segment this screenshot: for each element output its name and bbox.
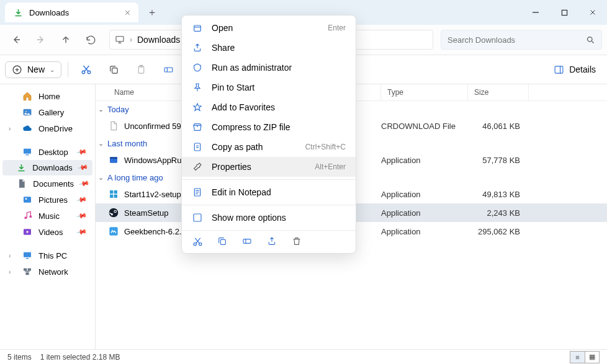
cut-button[interactable] xyxy=(74,59,98,80)
ctx-label: Open xyxy=(212,23,233,33)
sidebar-item-label: Documents xyxy=(33,179,74,189)
sidebar-item-onedrive[interactable]: › OneDrive xyxy=(2,120,92,136)
share-icon[interactable] xyxy=(266,236,277,247)
sidebar-item-home[interactable]: › Home xyxy=(2,88,92,104)
list-view-button[interactable]: ≡ xyxy=(570,351,585,363)
share-icon xyxy=(192,42,203,53)
rename-icon[interactable] xyxy=(241,236,253,247)
ctx-fav[interactable]: Add to Favorites xyxy=(182,97,356,117)
search-icon[interactable] xyxy=(586,35,595,45)
search-box[interactable] xyxy=(441,30,602,50)
status-bar: 5 items 1 item selected 2.18 MB ≡ ▦ xyxy=(0,349,607,364)
file-type: Application xyxy=(381,190,468,199)
sidebar-item-this pc[interactable]: › This PC xyxy=(2,247,92,264)
ctx-label: Compress to ZIP file xyxy=(212,122,290,132)
file-type: Application xyxy=(381,208,468,218)
ctx-label: Run as administrator xyxy=(212,63,292,73)
ctx-zip[interactable]: Compress to ZIP file xyxy=(182,117,356,137)
home-icon xyxy=(22,91,32,101)
sidebar-item-pictures[interactable]: › Pictures 📌 xyxy=(2,192,92,208)
back-button[interactable] xyxy=(5,29,27,51)
sidebar-item-desktop[interactable]: › Desktop 📌 xyxy=(2,144,92,160)
sidebar-item-label: Desktop xyxy=(38,148,68,157)
view-toggles: ≡ ▦ xyxy=(570,351,600,363)
svg-rect-42 xyxy=(220,239,225,244)
ctx-admin[interactable]: Run as administrator xyxy=(182,58,356,78)
status-selected: 1 item selected 2.18 MB xyxy=(40,353,120,362)
ctx-more-options[interactable]: Show more options xyxy=(182,208,356,228)
file-icon xyxy=(108,154,119,166)
svg-rect-20 xyxy=(24,252,31,257)
svg-point-33 xyxy=(114,211,115,212)
file-size: 46,061 KB xyxy=(468,122,529,131)
sidebar-item-gallery[interactable]: › Gallery xyxy=(2,104,92,120)
svg-rect-27 xyxy=(110,190,113,193)
gallery-icon xyxy=(22,107,32,117)
group-label: Last month xyxy=(107,139,147,148)
maximize-button[interactable] xyxy=(550,1,578,24)
monitor-icon xyxy=(115,35,125,45)
rename-button[interactable] xyxy=(156,59,180,80)
notepad-icon xyxy=(192,187,203,198)
group-label: A long time ago xyxy=(107,173,163,182)
close-tab-icon[interactable] xyxy=(122,7,132,17)
chevron-right-icon[interactable]: › xyxy=(130,35,132,44)
sidebar-item-downloads[interactable]: › Downloads 📌 xyxy=(2,160,92,175)
ctx-edit-notepad[interactable]: Edit in Notepad xyxy=(182,182,356,202)
ctx-pin[interactable]: Pin to Start xyxy=(182,78,356,97)
paste-button[interactable] xyxy=(129,59,153,80)
col-type[interactable]: Type xyxy=(381,84,468,100)
pin-icon: 📌 xyxy=(76,210,88,222)
new-button[interactable]: New ⌄ xyxy=(5,61,61,78)
file-size: 57,778 KB xyxy=(468,156,529,165)
pin-icon: 📌 xyxy=(79,178,91,190)
refresh-button[interactable] xyxy=(79,29,102,51)
sidebar-item-videos[interactable]: › Videos 📌 xyxy=(2,224,92,240)
forward-button[interactable] xyxy=(30,29,52,51)
copypath-icon xyxy=(192,141,203,153)
delete-icon[interactable] xyxy=(291,236,302,247)
chevron-right-icon: › xyxy=(9,269,16,275)
ctx-props[interactable]: Properties Alt+Enter xyxy=(182,157,356,177)
svg-point-16 xyxy=(25,198,27,200)
svg-rect-10 xyxy=(555,66,563,73)
ctx-share[interactable]: Share xyxy=(182,38,356,58)
details-button[interactable]: Details xyxy=(547,62,602,78)
sidebar-item-label: Videos xyxy=(38,228,63,237)
context-menu: Open Enter Share Run as administrator Pi… xyxy=(181,15,356,254)
new-tab-button[interactable]: ＋ xyxy=(142,2,162,22)
tab-label: Downloads xyxy=(29,8,69,17)
minimize-button[interactable] xyxy=(521,1,550,24)
onedrive-icon xyxy=(22,123,32,133)
cut-icon[interactable] xyxy=(192,236,203,247)
chevron-right-icon: › xyxy=(9,125,16,132)
network-icon xyxy=(22,267,32,277)
search-input[interactable] xyxy=(447,35,586,45)
ctx-copypath[interactable]: Copy as path Ctrl+Shift+C xyxy=(182,137,356,157)
separator xyxy=(68,62,68,77)
svg-point-12 xyxy=(25,110,27,112)
file-icon xyxy=(108,120,119,131)
copy-button[interactable] xyxy=(102,59,125,80)
svg-rect-22 xyxy=(24,269,27,271)
admin-icon xyxy=(192,62,203,73)
sidebar-item-network[interactable]: › Network xyxy=(2,264,92,280)
sidebar-item-music[interactable]: › Music 📌 xyxy=(2,208,92,224)
grid-view-button[interactable]: ▦ xyxy=(585,351,600,363)
pin-icon: 📌 xyxy=(76,146,88,158)
file-icon xyxy=(108,207,119,218)
sidebar-item-documents[interactable]: › Documents 📌 xyxy=(2,175,92,192)
svg-rect-23 xyxy=(28,269,31,271)
tab-downloads[interactable]: Downloads xyxy=(5,2,138,22)
music-icon xyxy=(22,211,32,221)
ctx-label: Show more options xyxy=(212,213,286,223)
copy-icon[interactable] xyxy=(217,236,228,247)
breadcrumb-folder[interactable]: Downloads xyxy=(137,35,180,45)
col-size[interactable]: Size xyxy=(468,84,529,100)
close-window-button[interactable] xyxy=(578,1,607,24)
details-pane-icon xyxy=(554,64,564,75)
zip-icon xyxy=(192,122,203,133)
up-button[interactable] xyxy=(55,29,77,51)
ctx-open[interactable]: Open Enter xyxy=(182,18,356,38)
thispc-icon xyxy=(22,251,32,260)
